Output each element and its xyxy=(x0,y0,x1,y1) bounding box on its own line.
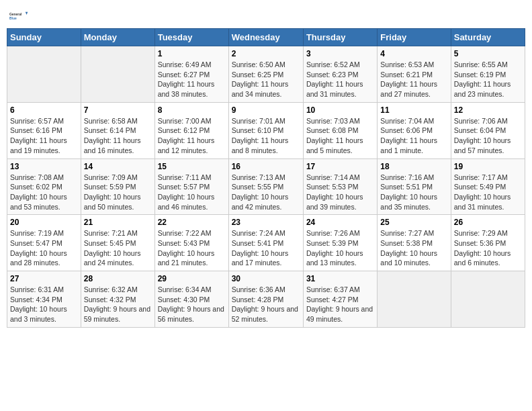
calendar-cell xyxy=(378,271,451,328)
logo-icon: GeneralBlue xyxy=(9,7,28,26)
day-number: 23 xyxy=(232,218,300,227)
calendar-cell: 18Sunrise: 7:16 AMSunset: 5:51 PMDayligh… xyxy=(378,158,451,215)
day-number: 31 xyxy=(306,274,374,283)
day-info: Sunrise: 7:14 AMSunset: 5:53 PMDaylight:… xyxy=(306,173,374,212)
day-number: 3 xyxy=(306,49,374,58)
day-number: 5 xyxy=(454,49,522,58)
day-info: Sunrise: 7:22 AMSunset: 5:43 PMDaylight:… xyxy=(158,228,226,268)
calendar-cell: 12Sunrise: 7:06 AMSunset: 6:04 PMDayligh… xyxy=(451,102,525,158)
week-row-1: 1Sunrise: 6:49 AMSunset: 6:27 PMDaylight… xyxy=(7,46,525,103)
day-info: Sunrise: 6:52 AMSunset: 6:23 PMDaylight:… xyxy=(306,60,374,99)
calendar-cell: 16Sunrise: 7:13 AMSunset: 5:55 PMDayligh… xyxy=(228,158,303,215)
page-header: GeneralBlue xyxy=(7,7,525,26)
calendar-cell: 15Sunrise: 7:11 AMSunset: 5:57 PMDayligh… xyxy=(154,158,228,215)
day-info: Sunrise: 7:00 AMSunset: 6:12 PMDaylight:… xyxy=(158,116,226,156)
day-info: Sunrise: 7:16 AMSunset: 5:51 PMDaylight:… xyxy=(380,173,447,212)
day-number: 27 xyxy=(10,274,78,283)
calendar-cell: 24Sunrise: 7:26 AMSunset: 5:39 PMDayligh… xyxy=(303,215,377,271)
calendar-cell: 14Sunrise: 7:09 AMSunset: 5:59 PMDayligh… xyxy=(81,158,154,215)
day-info: Sunrise: 6:57 AMSunset: 6:16 PMDaylight:… xyxy=(10,116,78,156)
weekday-header-sunday: Sunday xyxy=(7,29,81,46)
calendar-cell: 20Sunrise: 7:19 AMSunset: 5:47 PMDayligh… xyxy=(7,215,81,271)
day-info: Sunrise: 7:03 AMSunset: 6:08 PMDaylight:… xyxy=(306,116,374,156)
day-info: Sunrise: 7:11 AMSunset: 5:57 PMDaylight:… xyxy=(158,173,226,212)
calendar-cell: 31Sunrise: 6:37 AMSunset: 4:27 PMDayligh… xyxy=(303,271,377,328)
calendar-cell: 30Sunrise: 6:36 AMSunset: 4:28 PMDayligh… xyxy=(228,271,303,328)
day-number: 15 xyxy=(158,162,226,171)
day-info: Sunrise: 6:32 AMSunset: 4:32 PMDaylight:… xyxy=(84,285,152,324)
day-number: 6 xyxy=(10,105,78,115)
weekday-header-monday: Monday xyxy=(81,29,154,46)
day-number: 29 xyxy=(158,274,226,283)
day-number: 14 xyxy=(84,162,152,171)
calendar-cell: 1Sunrise: 6:49 AMSunset: 6:27 PMDaylight… xyxy=(154,46,228,103)
calendar-cell: 9Sunrise: 7:01 AMSunset: 6:10 PMDaylight… xyxy=(228,102,303,158)
day-info: Sunrise: 7:21 AMSunset: 5:45 PMDaylight:… xyxy=(84,228,152,268)
day-info: Sunrise: 7:17 AMSunset: 5:49 PMDaylight:… xyxy=(454,173,522,212)
calendar-cell: 8Sunrise: 7:00 AMSunset: 6:12 PMDaylight… xyxy=(154,102,228,158)
calendar-cell: 28Sunrise: 6:32 AMSunset: 4:32 PMDayligh… xyxy=(81,271,154,328)
day-info: Sunrise: 7:01 AMSunset: 6:10 PMDaylight:… xyxy=(232,116,300,156)
calendar-cell: 13Sunrise: 7:08 AMSunset: 6:02 PMDayligh… xyxy=(7,158,81,215)
day-info: Sunrise: 6:58 AMSunset: 6:14 PMDaylight:… xyxy=(84,116,152,156)
calendar-cell: 26Sunrise: 7:29 AMSunset: 5:36 PMDayligh… xyxy=(451,215,525,271)
calendar-cell: 11Sunrise: 7:04 AMSunset: 6:06 PMDayligh… xyxy=(378,102,451,158)
svg-text:General: General xyxy=(9,13,22,16)
day-info: Sunrise: 6:50 AMSunset: 6:25 PMDaylight:… xyxy=(232,60,300,99)
calendar-cell: 23Sunrise: 7:24 AMSunset: 5:41 PMDayligh… xyxy=(228,215,303,271)
day-info: Sunrise: 7:08 AMSunset: 6:02 PMDaylight:… xyxy=(10,173,78,212)
day-info: Sunrise: 6:31 AMSunset: 4:34 PMDaylight:… xyxy=(10,285,78,324)
weekday-header-friday: Friday xyxy=(378,29,451,46)
weekday-header-saturday: Saturday xyxy=(451,29,525,46)
day-info: Sunrise: 7:13 AMSunset: 5:55 PMDaylight:… xyxy=(232,173,300,212)
day-info: Sunrise: 6:53 AMSunset: 6:21 PMDaylight:… xyxy=(380,60,447,99)
week-row-5: 27Sunrise: 6:31 AMSunset: 4:34 PMDayligh… xyxy=(7,271,525,328)
calendar-cell: 4Sunrise: 6:53 AMSunset: 6:21 PMDaylight… xyxy=(378,46,451,103)
calendar-cell xyxy=(7,46,81,103)
day-number: 17 xyxy=(306,162,374,171)
weekday-header-tuesday: Tuesday xyxy=(154,29,228,46)
day-info: Sunrise: 7:29 AMSunset: 5:36 PMDaylight:… xyxy=(454,228,522,268)
day-number: 18 xyxy=(380,162,447,171)
week-row-3: 13Sunrise: 7:08 AMSunset: 6:02 PMDayligh… xyxy=(7,158,525,215)
day-number: 1 xyxy=(158,49,226,58)
weekday-header-row: SundayMondayTuesdayWednesdayThursdayFrid… xyxy=(7,29,525,46)
calendar-cell: 7Sunrise: 6:58 AMSunset: 6:14 PMDaylight… xyxy=(81,102,154,158)
day-info: Sunrise: 7:26 AMSunset: 5:39 PMDaylight:… xyxy=(306,228,374,268)
day-number: 30 xyxy=(232,274,300,283)
calendar-cell: 22Sunrise: 7:22 AMSunset: 5:43 PMDayligh… xyxy=(154,215,228,271)
day-info: Sunrise: 7:06 AMSunset: 6:04 PMDaylight:… xyxy=(454,116,522,156)
day-number: 28 xyxy=(84,274,152,283)
day-info: Sunrise: 7:24 AMSunset: 5:41 PMDaylight:… xyxy=(232,228,300,268)
day-number: 21 xyxy=(84,218,152,227)
day-number: 11 xyxy=(380,105,447,115)
calendar-cell: 25Sunrise: 7:27 AMSunset: 5:38 PMDayligh… xyxy=(378,215,451,271)
day-number: 25 xyxy=(380,218,447,227)
logo: GeneralBlue xyxy=(9,7,28,26)
day-info: Sunrise: 6:36 AMSunset: 4:28 PMDaylight:… xyxy=(232,285,300,324)
calendar-cell: 10Sunrise: 7:03 AMSunset: 6:08 PMDayligh… xyxy=(303,102,377,158)
day-number: 16 xyxy=(232,162,300,171)
day-number: 24 xyxy=(306,218,374,227)
day-info: Sunrise: 7:27 AMSunset: 5:38 PMDaylight:… xyxy=(380,228,447,268)
day-info: Sunrise: 6:34 AMSunset: 4:30 PMDaylight:… xyxy=(158,285,226,324)
weekday-header-thursday: Thursday xyxy=(303,29,377,46)
calendar-cell: 3Sunrise: 6:52 AMSunset: 6:23 PMDaylight… xyxy=(303,46,377,103)
calendar-cell: 21Sunrise: 7:21 AMSunset: 5:45 PMDayligh… xyxy=(81,215,154,271)
week-row-2: 6Sunrise: 6:57 AMSunset: 6:16 PMDaylight… xyxy=(7,102,525,158)
svg-marker-2 xyxy=(26,12,28,15)
day-number: 8 xyxy=(158,105,226,115)
calendar-cell: 27Sunrise: 6:31 AMSunset: 4:34 PMDayligh… xyxy=(7,271,81,328)
day-info: Sunrise: 7:04 AMSunset: 6:06 PMDaylight:… xyxy=(380,116,447,156)
calendar-cell: 2Sunrise: 6:50 AMSunset: 6:25 PMDaylight… xyxy=(228,46,303,103)
day-number: 10 xyxy=(306,105,374,115)
calendar-cell: 5Sunrise: 6:55 AMSunset: 6:19 PMDaylight… xyxy=(451,46,525,103)
calendar-table: SundayMondayTuesdayWednesdayThursdayFrid… xyxy=(7,28,525,328)
day-info: Sunrise: 6:37 AMSunset: 4:27 PMDaylight:… xyxy=(306,285,374,324)
day-number: 4 xyxy=(380,49,447,58)
day-number: 12 xyxy=(454,105,522,115)
day-number: 13 xyxy=(10,162,78,171)
day-info: Sunrise: 6:49 AMSunset: 6:27 PMDaylight:… xyxy=(158,60,226,99)
day-number: 7 xyxy=(84,105,152,115)
day-number: 20 xyxy=(10,218,78,227)
